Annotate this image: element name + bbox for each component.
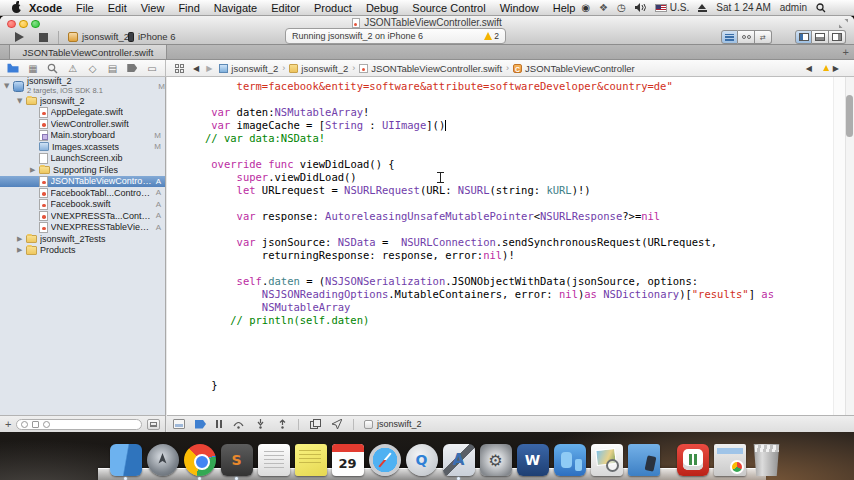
source-editor[interactable]: term=facebook&entity=software&attribute=… [167,77,854,415]
menu-navigate[interactable]: Navigate [214,2,257,14]
spotlight-icon[interactable] [816,3,826,13]
destination-selector[interactable]: iPhone 6 [128,31,176,42]
input-source-menu[interactable]: U.S. [655,2,689,13]
apple-menu-icon[interactable] [9,2,23,13]
file-row-appdelegate-swift[interactable]: AppDelegate.swift [0,107,165,119]
scm-filter-icon[interactable] [32,421,39,428]
next-issue-button[interactable]: ▶ [833,64,839,73]
fullscreen-icon[interactable] [839,19,848,28]
dock-chef-app-icon[interactable] [675,444,710,476]
stop-button[interactable] [39,33,48,42]
file-row-facebooktabl-controller-swift[interactable]: FacebookTabl...Controller.swiftA [0,187,165,199]
dock-xcode-icon[interactable]: A [441,444,476,476]
dock-finder-icon[interactable] [108,444,143,476]
debug-area-dock-icon[interactable] [173,419,185,429]
dock-system-preferences-icon[interactable]: ⚙ [478,444,513,476]
project-navigator-icon[interactable] [7,62,19,74]
file-row-images-xcassets[interactable]: Images.xcassetsM [0,141,165,153]
eject-icon[interactable] [698,4,707,12]
filter-field[interactable] [16,419,142,430]
breakpoint-navigator-icon[interactable] [126,62,138,74]
file-row-viewcontroller-swift[interactable]: ViewController.swift [0,118,165,130]
tab-jsontableviewcontroller[interactable]: JSONTableViewController.swift [9,45,167,59]
dock-word-icon[interactable]: W [515,444,550,476]
unsaved-filter-icon[interactable] [43,421,50,428]
menu-clock[interactable]: Sat 1 24 AM [716,2,770,13]
show-debug-area-button[interactable] [147,419,160,430]
file-row-vnexpressta-controller-swift[interactable]: VNEXPRESSTa...Controller.swiftA [0,210,165,222]
breakpoints-toggle-icon[interactable] [195,420,206,429]
menu-window[interactable]: Window [500,2,539,14]
toggle-debug-area-button[interactable] [812,30,829,44]
dock-textedit-icon[interactable] [256,444,291,476]
step-into-icon[interactable] [254,419,266,429]
dock-calendar-icon[interactable]: 29 [330,444,365,476]
scrollbar-track[interactable] [845,77,854,415]
step-out-icon[interactable] [276,419,288,429]
file-row-jsonswift-2tests[interactable]: ▶jsonswift_2Tests [0,233,165,245]
dock-safari-icon[interactable] [367,444,402,476]
menu-find[interactable]: Find [178,2,199,14]
debug-navigator-icon[interactable]: ▤ [106,62,118,74]
step-over-icon[interactable] [232,419,244,429]
menu-view[interactable]: View [141,2,165,14]
file-row-launchscreen-xib[interactable]: LaunchScreen.xib [0,153,165,165]
add-file-button[interactable]: + [5,419,11,430]
menu-debug[interactable]: Debug [366,2,398,14]
run-button[interactable] [15,32,24,42]
warning-count[interactable]: 2 [484,31,499,41]
dock-sublime-text-icon[interactable]: S [219,444,254,476]
back-button[interactable]: ◀ [193,64,199,73]
issue-navigator-icon[interactable]: ⚠ [67,62,79,74]
report-navigator-icon[interactable]: ▭ [146,62,158,74]
file-row-jsontableviewcontroller-swift[interactable]: JSONTableViewController.swiftA [0,176,165,188]
process-indicator[interactable]: jsonswift_2 [364,419,422,429]
dock-photos-icon[interactable] [589,444,624,476]
file-row-products[interactable]: ▶Products [0,245,165,257]
dock-chrome-icon[interactable] [182,444,217,476]
scrollbar-thumb[interactable] [846,95,853,137]
dock-developer-folder-icon[interactable] [626,444,661,476]
forward-button[interactable]: ▶ [206,64,212,73]
notification-center-icon[interactable] [835,4,845,12]
file-row-facebook-swift[interactable]: Facebook.swiftA [0,199,165,211]
recent-filter-icon[interactable] [21,421,28,428]
pause-button[interactable] [216,420,222,428]
crumb-0[interactable]: jsonswift_2 [219,63,278,74]
version-editor-button[interactable]: ⇄ [755,30,772,44]
dock-blue-app-icon[interactable] [552,444,587,476]
dock-stickies-icon[interactable] [293,444,328,476]
test-navigator-icon[interactable]: ◇ [87,62,99,74]
dock-trash-icon[interactable] [749,444,784,476]
file-row-jsonswift-2[interactable]: ▼jsonswift_2 [0,95,165,107]
dock-quicktime-icon[interactable]: Q [404,444,439,476]
menu-product[interactable]: Product [314,2,352,14]
menu-help[interactable]: Help [553,2,576,14]
simulate-location-icon[interactable] [331,419,343,429]
search-navigator-icon[interactable] [47,62,59,74]
file-row-project[interactable]: ▼ jsonswift_2 2 targets, iOS SDK 8.1 M [0,77,165,95]
symbol-navigator-icon[interactable]: ▦ [27,62,39,74]
file-row-main-storyboard[interactable]: Main.storyboardM [0,130,165,142]
menu-file[interactable]: File [76,2,94,14]
toggle-navigator-button[interactable] [795,30,812,44]
file-row-supporting-files[interactable]: ▶Supporting Files [0,164,165,176]
crumb-1[interactable]: jsonswift_2 [289,63,348,74]
volume-icon[interactable] [635,3,646,12]
dock-launchpad-icon[interactable] [145,444,180,476]
file-row-vnexpresstableviewcell-swift[interactable]: VNEXPRESSTableViewCell.swiftA [0,222,165,234]
clock-icon[interactable]: ◷ [617,2,626,13]
toggle-utilities-button[interactable] [829,30,846,44]
dock-chrome-window-icon[interactable] [712,444,747,476]
display-menu-icon[interactable]: ❖ [599,2,608,13]
assistant-editor-button[interactable] [738,30,755,44]
crumb-3[interactable]: CJSONTableViewController [513,63,635,74]
menu-editor[interactable]: Editor [271,2,300,14]
user-menu[interactable]: admin [780,2,807,13]
menu-source-control[interactable]: Source Control [412,2,485,14]
document-proxy-icon[interactable] [352,18,360,28]
menu-edit[interactable]: Edit [108,2,127,14]
screen-record-icon[interactable]: ◉ [581,2,590,13]
related-items-icon[interactable] [175,64,184,73]
standard-editor-button[interactable] [721,30,738,44]
